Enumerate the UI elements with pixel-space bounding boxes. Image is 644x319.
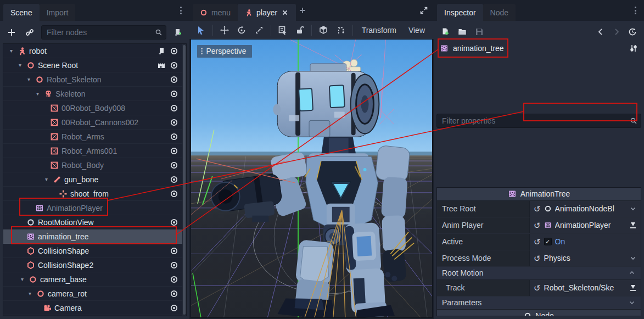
group-tool-button[interactable] bbox=[317, 24, 329, 37]
view-menu[interactable]: View bbox=[405, 26, 428, 35]
history-forward-icon[interactable] bbox=[612, 27, 621, 36]
edit-nodepath-icon[interactable] bbox=[629, 221, 637, 229]
visibility-eye-icon[interactable] bbox=[170, 247, 178, 255]
3d-viewport[interactable]: Perspective bbox=[191, 39, 433, 318]
tab-node[interactable]: Node bbox=[483, 4, 516, 21]
visibility-eye-icon[interactable] bbox=[170, 161, 178, 170]
add-node-button[interactable] bbox=[5, 26, 18, 39]
expand-arrow-icon[interactable]: ▾ bbox=[16, 58, 24, 72]
snap-tool-button[interactable] bbox=[335, 24, 347, 37]
visibility-eye-icon[interactable] bbox=[170, 289, 178, 298]
tab-scene[interactable]: Scene bbox=[3, 4, 40, 21]
lock-tool-button[interactable] bbox=[294, 24, 306, 37]
visibility-eye-icon[interactable] bbox=[170, 89, 178, 98]
expand-viewport-button[interactable] bbox=[417, 4, 430, 17]
expand-arrow-icon[interactable]: ▾ bbox=[43, 172, 50, 187]
scene-dock-menu-icon[interactable] bbox=[176, 4, 186, 16]
tree-row-gun-bone[interactable]: ▾ gun_bone bbox=[3, 172, 186, 187]
transform-menu[interactable]: Transform bbox=[359, 26, 400, 35]
instance-scene-button[interactable] bbox=[23, 26, 36, 39]
object-tools-icon[interactable] bbox=[629, 44, 638, 53]
visibility-eye-icon[interactable] bbox=[170, 304, 178, 312]
chevron-down-icon[interactable] bbox=[629, 205, 637, 212]
visibility-eye-icon[interactable] bbox=[170, 61, 178, 70]
scene-tab-menu[interactable]: menu bbox=[193, 4, 238, 21]
filter-nodes-input[interactable] bbox=[41, 25, 166, 40]
prop-value[interactable]: On bbox=[555, 237, 637, 246]
scene-tab-player[interactable]: player bbox=[238, 4, 296, 21]
section-root-motion[interactable]: Root Motion bbox=[437, 267, 641, 280]
chevron-down-icon[interactable] bbox=[629, 254, 637, 262]
tree-row-root-motion-view[interactable]: RootMotionView bbox=[3, 215, 186, 230]
revert-icon[interactable]: ↺ bbox=[534, 238, 541, 246]
expand-arrow-icon[interactable]: ▾ bbox=[25, 72, 32, 87]
tree-row-scene-root[interactable]: ▾ Scene Root bbox=[3, 58, 186, 72]
tree-row-collision-shape2[interactable]: CollisionShape2 bbox=[3, 258, 186, 272]
prop-value[interactable]: AnimationPlayer bbox=[555, 221, 626, 230]
visibility-eye-icon[interactable] bbox=[170, 75, 178, 84]
visibility-eye-icon[interactable] bbox=[170, 104, 178, 113]
attach-script-button[interactable] bbox=[171, 26, 184, 39]
filter-properties-input[interactable] bbox=[436, 114, 641, 128]
new-resource-icon[interactable] bbox=[441, 27, 450, 36]
close-tab-icon[interactable] bbox=[281, 9, 289, 16]
object-history-icon[interactable] bbox=[628, 27, 637, 36]
expand-arrow-icon[interactable]: ▾ bbox=[8, 44, 15, 58]
tree-row-animation-player[interactable]: AnimationPlayer bbox=[3, 201, 186, 215]
tree-row-robot[interactable]: ▾ robot bbox=[3, 44, 186, 58]
category-node[interactable]: Node bbox=[437, 310, 641, 317]
section-parameters[interactable]: Parameters bbox=[437, 296, 641, 310]
tree-row-camera-rot[interactable]: ▾ camera_rot bbox=[3, 287, 186, 301]
edit-nodepath-icon[interactable] bbox=[629, 284, 637, 292]
tree-row-camera[interactable]: Camera bbox=[3, 301, 186, 315]
prop-value[interactable]: Robot_Skeleton/Ske bbox=[544, 283, 626, 292]
visibility-eye-icon[interactable] bbox=[170, 261, 178, 270]
visibility-eye-icon[interactable] bbox=[170, 118, 178, 127]
visibility-eye-icon[interactable] bbox=[170, 175, 178, 184]
tab-import[interactable]: Import bbox=[40, 4, 76, 21]
tree-row-shoot-from[interactable]: shoot_from bbox=[3, 187, 186, 201]
visibility-eye-icon[interactable] bbox=[170, 275, 178, 284]
visibility-eye-icon[interactable] bbox=[170, 47, 178, 55]
tree-row-mesh[interactable]: Robot_Body bbox=[3, 158, 186, 172]
script-icon[interactable] bbox=[157, 47, 166, 55]
history-back-icon[interactable] bbox=[596, 27, 605, 36]
expand-arrow-icon[interactable]: ▾ bbox=[26, 287, 33, 301]
prop-value[interactable]: Physics bbox=[544, 254, 626, 262]
expand-arrow-icon[interactable]: ▾ bbox=[34, 87, 41, 101]
checkbox-checked-icon[interactable]: ✓ bbox=[544, 238, 552, 245]
scale-tool-button[interactable] bbox=[253, 24, 265, 37]
visibility-eye-icon[interactable] bbox=[170, 132, 178, 141]
visibility-eye-icon[interactable] bbox=[170, 218, 178, 227]
new-scene-tab-button[interactable] bbox=[296, 4, 309, 17]
inspector-dock-menu-icon[interactable] bbox=[630, 4, 641, 16]
expand-arrow-icon[interactable]: ▾ bbox=[19, 272, 26, 287]
tree-row-mesh[interactable]: 00Robot_Cannons002 bbox=[3, 115, 186, 130]
visibility-eye-icon[interactable] bbox=[170, 189, 178, 198]
load-resource-folder-icon[interactable] bbox=[458, 27, 467, 36]
rotate-tool-button[interactable] bbox=[236, 24, 248, 37]
revert-icon[interactable]: ↺ bbox=[534, 221, 541, 230]
list-select-tool-button[interactable] bbox=[277, 24, 289, 37]
open-scene-icon[interactable] bbox=[157, 61, 166, 70]
tree-row-robot-skeleton[interactable]: ▾ Robot_Skeleton bbox=[3, 72, 186, 87]
tree-row-camera-base[interactable]: ▾ camera_base bbox=[3, 272, 186, 287]
select-tool-button[interactable] bbox=[195, 24, 207, 37]
revert-icon[interactable]: ↺ bbox=[534, 205, 541, 213]
tab-inspector[interactable]: Inspector bbox=[437, 4, 483, 21]
scene-tree[interactable]: ▾ robot ▾ Scene Root ▾ Ro bbox=[3, 43, 187, 316]
tree-row-mesh[interactable]: 00Robot_Body008 bbox=[3, 101, 186, 115]
tree-row-collision-shape[interactable]: CollisionShape bbox=[3, 244, 186, 258]
prop-value[interactable]: AnimationNodeBl bbox=[555, 204, 626, 213]
tree-row-mesh[interactable]: Robot_Arms001 bbox=[3, 144, 186, 158]
perspective-menu[interactable]: Perspective bbox=[197, 45, 252, 58]
revert-icon[interactable]: ↺ bbox=[534, 284, 541, 292]
tree-row-skeleton[interactable]: ▾ Skeleton bbox=[3, 87, 186, 101]
revert-icon[interactable]: ↺ bbox=[534, 254, 541, 262]
save-resource-icon[interactable] bbox=[475, 27, 484, 36]
tree-row-animation-tree[interactable]: animation_tree bbox=[3, 230, 186, 244]
tree-scrollbar[interactable] bbox=[182, 44, 186, 316]
tree-row-mesh[interactable]: Robot_Arms bbox=[3, 130, 186, 144]
category-animation-tree[interactable]: AnimationTree bbox=[437, 188, 641, 201]
visibility-eye-icon[interactable] bbox=[170, 147, 178, 155]
